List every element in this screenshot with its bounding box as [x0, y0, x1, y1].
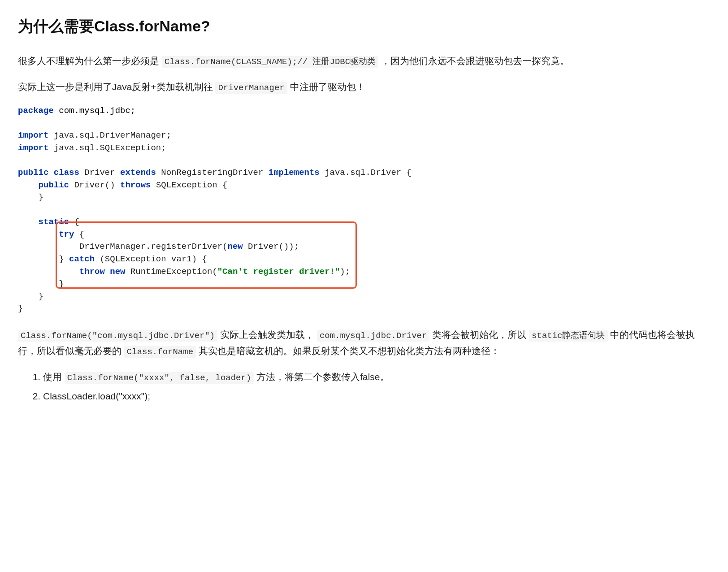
code-text: }	[18, 291, 43, 301]
text: 很多人不理解为什么第一步必须是	[18, 56, 162, 66]
highlight-box-static-block	[56, 221, 357, 289]
text: 其实也是暗藏玄机的。如果反射某个类又不想初始化类方法有两种途径：	[196, 346, 500, 356]
code-text: com.mysql.jdbc;	[54, 106, 135, 116]
inline-code: static静态语句块	[529, 330, 607, 342]
text: 实际上这一步是利用了Java反射+类加载机制往	[18, 82, 215, 92]
code-text: SQLException {	[151, 180, 227, 190]
text: 方法，将第二个参数传入false。	[254, 372, 389, 382]
code-text: }	[18, 303, 23, 313]
inline-code: com.mysql.jdbc.Driver	[317, 330, 429, 342]
code-text: Driver()	[69, 180, 120, 190]
text: 类将会被初始化，所以	[429, 329, 529, 340]
code-text: java.sql.Driver {	[320, 168, 412, 178]
code-text: java.sql.DriverManager;	[48, 130, 171, 140]
keyword: throws	[120, 180, 151, 190]
list-item: 使用 Class.forName("xxxx", false, loader) …	[43, 369, 710, 385]
keyword: extends	[120, 168, 156, 178]
options-list: 使用 Class.forName("xxxx", false, loader) …	[18, 369, 710, 404]
code-text: Driver	[79, 168, 120, 178]
text: ，因为他们永远不会跟进驱动包去一探究竟。	[378, 56, 569, 66]
list-item: ClassLoader.load("xxxx");	[43, 388, 710, 404]
inline-code: Class.forName("xxxx", false, loader)	[65, 372, 254, 384]
keyword: public	[39, 180, 69, 190]
text: ClassLoader.load("xxxx");	[43, 391, 150, 401]
inline-code: Class.forName("com.mysql.jdbc.Driver")	[18, 330, 217, 342]
keyword: import	[18, 130, 48, 140]
keyword: implements	[269, 168, 320, 178]
text: 中注册了驱动包！	[287, 82, 365, 92]
keyword: class	[54, 168, 79, 178]
text: 使用	[43, 372, 65, 382]
code-text: java.sql.SQLException;	[48, 143, 166, 153]
text: 实际上会触发类加载，	[217, 329, 317, 340]
code-text: NonRegisteringDriver	[156, 168, 269, 178]
paragraph-1: 很多人不理解为什么第一步必须是 Class.forName(CLASS_NAME…	[18, 53, 710, 69]
keyword: package	[18, 106, 54, 116]
keyword: public	[18, 168, 48, 178]
code-text: }	[18, 192, 43, 202]
inline-code: DriverManager	[215, 82, 287, 94]
code-block-java-driver: package com.mysql.jdbc; import java.sql.…	[18, 105, 710, 315]
inline-code: Class.forName	[124, 346, 196, 358]
paragraph-3: Class.forName("com.mysql.jdbc.Driver") 实…	[18, 327, 710, 360]
inline-code: Class.forName(CLASS_NAME);// 注册JDBC驱动类	[162, 56, 378, 68]
paragraph-2: 实际上这一步是利用了Java反射+类加载机制往 DriverManager 中注…	[18, 79, 710, 95]
section-heading: 为什么需要Class.forName?	[18, 13, 710, 39]
keyword: import	[18, 143, 48, 153]
